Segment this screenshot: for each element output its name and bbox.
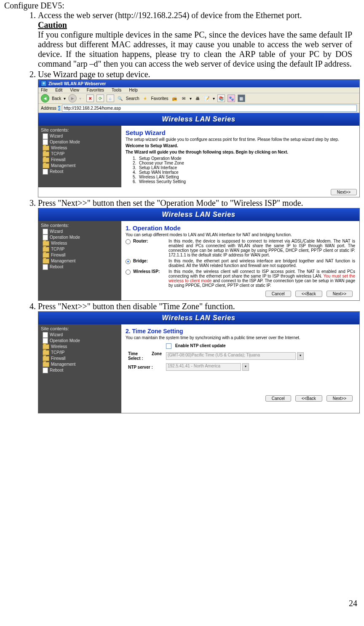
folder-icon [43, 151, 49, 156]
sidebar-item-tcpip[interactable]: TCP/IP [41, 246, 119, 252]
sidebar-item-label: TCP/IP [51, 350, 64, 356]
folder-icon [43, 362, 49, 367]
wizard-welcome: Welcome to Setup Wizard. [126, 143, 355, 148]
sidebar-item-label: Management [51, 362, 75, 367]
back-button[interactable]: Back [52, 96, 61, 101]
next-button[interactable]: Next>> [327, 291, 353, 297]
address-input[interactable] [62, 105, 357, 112]
media-icon[interactable]: 📻 [171, 95, 178, 102]
wizard-title: Setup Wizard [126, 129, 355, 136]
back-button[interactable]: <<Back [295, 291, 322, 297]
sidebar-item-wizard[interactable]: Wizard [41, 133, 119, 139]
sidebar-item-wireless[interactable]: Wireless [41, 344, 119, 350]
menu-favorites[interactable]: Favorites [87, 88, 104, 92]
enable-ntp-checkbox[interactable] [166, 343, 171, 349]
cancel-button[interactable]: Cancel [265, 291, 291, 297]
sidebar-item-wizard[interactable]: Wizard [41, 332, 119, 338]
sidebar-item-label: Wizard [50, 332, 63, 338]
sidebar-item-management[interactable]: Management [41, 258, 119, 264]
ie-address-bar: Address e [38, 104, 359, 113]
favorites-button[interactable]: Favorites [151, 96, 168, 101]
sidebar-item-firewall[interactable]: Firewall [41, 252, 119, 258]
toolbar-extra-2-icon[interactable]: 🐾 [228, 94, 235, 102]
doc-icon [43, 169, 48, 175]
button-row: Next>> [38, 187, 359, 197]
sidebar-item-operation-mode[interactable]: Operation Mode [41, 139, 119, 145]
next-button[interactable]: Next>> [327, 395, 353, 402]
folder-icon [43, 247, 49, 252]
sidebar-item-wireless[interactable]: Wireless [41, 240, 119, 246]
favorites-star-icon[interactable]: ★ [142, 95, 148, 102]
sidebar-item-operation-mode[interactable]: Operation Mode [41, 338, 119, 344]
refresh-icon[interactable]: ⟳ [96, 94, 104, 102]
mode-wisp-text: In this mode, the wireless client will c… [169, 269, 355, 288]
search-button[interactable]: Search [126, 96, 139, 101]
doc-icon [43, 264, 48, 270]
cancel-button[interactable]: Cancel [265, 395, 291, 402]
step-2-text: Use Wizard page to setup device. [38, 70, 150, 79]
mode-bridge-text: In this mode, the ethernet port and wire… [169, 259, 355, 268]
toolbar-extra-1-icon[interactable]: 📚 [217, 94, 225, 102]
dropdown-icon[interactable]: ▾ [297, 352, 304, 360]
ntp-server-select[interactable]: 192.5.41.41 - North America [166, 363, 241, 371]
operation-mode-desc: You can setup different modes to LAN and… [126, 232, 355, 237]
back-icon[interactable]: ◄ [41, 94, 49, 103]
toolbar-extra-3-icon[interactable]: ▦ [238, 94, 245, 102]
next-button[interactable]: Next>> [331, 189, 357, 195]
menu-edit[interactable]: Edit [55, 88, 62, 92]
sidebar-item-reboot[interactable]: Reboot [41, 264, 119, 270]
doc-icon [43, 338, 48, 344]
menu-help[interactable]: Help [129, 88, 138, 92]
brand-banner: Wireless LAN Series [38, 208, 359, 221]
back-button[interactable]: <<Back [295, 395, 322, 402]
time-zone-pane: 2. Time Zone Setting You can maintain th… [121, 324, 359, 413]
sidebar-item-management[interactable]: Management [41, 163, 119, 169]
sidebar: Site contents: Wizard Operation Mode Wir… [38, 126, 121, 187]
caution-title: Caution [38, 20, 360, 30]
menu-file[interactable]: File [41, 88, 48, 92]
dropdown-icon[interactable]: ▾ [242, 363, 249, 371]
step-4: Press "Next>>" button then disable "Time… [38, 302, 360, 413]
sidebar-item-firewall[interactable]: Firewall [41, 356, 119, 362]
wizard-pane: Setup Wizard The setup wizard will guide… [121, 126, 359, 187]
stop-icon[interactable]: ✖ [86, 94, 94, 102]
menu-view[interactable]: View [70, 88, 79, 92]
radio-wireless-isp[interactable] [126, 270, 131, 275]
sidebar-item-label: Reboot [50, 264, 63, 270]
tz-select[interactable]: (GMT-08:00)Pacific Time (US & Canada); T… [166, 352, 296, 360]
sidebar-item-firewall[interactable]: Firewall [41, 157, 119, 163]
ie-toolbar: ◄ Back ▾ ► ▾ · ✖ ⟳ ⌂ 🔍 Search ★ Favorite… [38, 93, 359, 104]
sidebar-item-tcpip[interactable]: TCP/IP [41, 350, 119, 356]
time-zone-title: 2. Time Zone Setting [126, 328, 355, 335]
mail-icon[interactable]: ✉ [180, 95, 187, 102]
sidebar: Site contents: Wizard Operation Mode Wir… [38, 221, 121, 300]
ie-window-title: Zinwell WLAN AP Webserver [48, 81, 106, 86]
sidebar-item-management[interactable]: Management [41, 362, 119, 367]
wizard-desc: The setup wizard will guide you to confi… [126, 137, 355, 142]
sidebar-item-label: Operation Mode [50, 139, 80, 145]
sidebar-item-label: Firewall [51, 157, 65, 163]
wizard-step-item: Wireless LAN Setting [137, 175, 355, 179]
radio-router[interactable] [126, 239, 131, 244]
sidebar-item-reboot[interactable]: Reboot [41, 367, 119, 373]
home-icon[interactable]: ⌂ [107, 94, 114, 102]
sidebar-item-operation-mode[interactable]: Operation Mode [41, 235, 119, 240]
sidebar-item-tcpip[interactable]: TCP/IP [41, 151, 119, 157]
sidebar-item-reboot[interactable]: Reboot [41, 169, 119, 175]
step-3-text: Press "Next>>" button then set the "Oper… [38, 198, 303, 208]
edit-icon[interactable]: 📝 [203, 95, 210, 102]
sidebar-item-label: Firewall [51, 356, 65, 362]
mode-router-label: Router: [133, 239, 166, 243]
folder-icon [43, 356, 49, 361]
mode-wisp-label: Wireless ISP: [133, 269, 166, 274]
sidebar-item-label: Wizard [50, 133, 63, 139]
sidebar-item-wireless[interactable]: Wireless [41, 145, 119, 151]
menu-tools[interactable]: Tools [112, 88, 121, 92]
print-icon[interactable]: 🖶 [194, 95, 201, 102]
search-icon[interactable]: 🔍 [117, 95, 123, 102]
sidebar-item-wizard[interactable]: Wizard [41, 229, 119, 235]
address-page-icon: e [58, 106, 61, 111]
radio-bridge[interactable] [126, 259, 131, 264]
back-dropdown-icon[interactable]: ▾ [64, 96, 66, 101]
mode-wisp-row: Wireless ISP: In this mode, the wireless… [126, 269, 355, 288]
